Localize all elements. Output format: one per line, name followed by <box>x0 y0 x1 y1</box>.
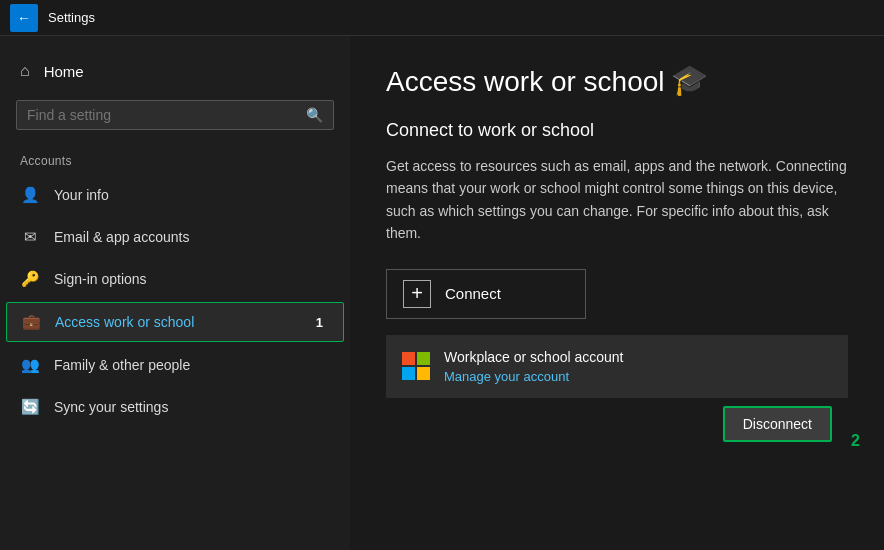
decoration-emoji: 🎓 <box>671 62 708 97</box>
people-icon: 👥 <box>20 356 40 374</box>
connect-button[interactable]: + Connect <box>386 269 586 319</box>
nav-label-sign-in: Sign-in options <box>54 271 147 287</box>
envelope-icon: ✉ <box>20 228 40 246</box>
search-box: 🔍 <box>16 100 334 130</box>
nav-label-your-info: Your info <box>54 187 109 203</box>
description-text: Get access to resources such as email, a… <box>386 155 848 245</box>
connect-plus-icon: + <box>403 280 431 308</box>
content-area: Access work or school 🎓 Connect to work … <box>350 36 884 550</box>
sidebar-item-sync[interactable]: 🔄 Sync your settings <box>0 386 350 428</box>
back-button[interactable]: ← <box>10 4 38 32</box>
manage-account-link[interactable]: Manage your account <box>444 369 624 384</box>
sidebar-item-your-info[interactable]: 👤 Your info <box>0 174 350 216</box>
account-row: Workplace or school account Manage your … <box>386 335 848 398</box>
back-icon: ← <box>17 10 31 26</box>
sidebar-item-family[interactable]: 👥 Family & other people <box>0 344 350 386</box>
account-info: Workplace or school account Manage your … <box>444 349 624 384</box>
section-heading: Connect to work or school <box>386 120 848 141</box>
person-icon: 👤 <box>20 186 40 204</box>
disconnect-button[interactable]: Disconnect <box>723 406 832 442</box>
titlebar: ← Settings <box>0 0 884 36</box>
title-row: Access work or school 🎓 <box>386 66 848 120</box>
sidebar-badge-1: 1 <box>316 315 323 330</box>
sidebar-item-access-work[interactable]: 💼 Access work or school 1 <box>6 302 344 342</box>
key-icon: 🔑 <box>20 270 40 288</box>
ms-tile-green <box>417 352 430 365</box>
search-icon: 🔍 <box>306 107 323 123</box>
nav-label-email-accounts: Email & app accounts <box>54 229 189 245</box>
sidebar-home[interactable]: ⌂ Home <box>0 52 350 90</box>
accounts-section-label: Accounts <box>0 146 350 174</box>
connect-label: Connect <box>445 285 501 302</box>
main-layout: ⌂ Home 🔍 Accounts 👤 Your info ✉ Email & … <box>0 36 884 550</box>
microsoft-logo <box>402 352 430 380</box>
sync-icon: 🔄 <box>20 398 40 416</box>
nav-label-access-work: Access work or school <box>55 314 194 330</box>
ms-tile-red <box>402 352 415 365</box>
ms-tile-blue <box>402 367 415 380</box>
sidebar-home-label: Home <box>44 63 84 80</box>
content-badge-2: 2 <box>851 432 860 450</box>
sidebar: ⌂ Home 🔍 Accounts 👤 Your info ✉ Email & … <box>0 36 350 550</box>
titlebar-title: Settings <box>48 10 95 25</box>
briefcase-icon: 💼 <box>21 313 41 331</box>
nav-label-family: Family & other people <box>54 357 190 373</box>
sidebar-item-email-accounts[interactable]: ✉ Email & app accounts <box>0 216 350 258</box>
sidebar-item-sign-in[interactable]: 🔑 Sign-in options <box>0 258 350 300</box>
search-input[interactable] <box>27 107 298 123</box>
page-title: Access work or school <box>386 66 665 98</box>
home-icon: ⌂ <box>20 62 30 80</box>
ms-tile-yellow <box>417 367 430 380</box>
account-name: Workplace or school account <box>444 349 624 365</box>
nav-label-sync: Sync your settings <box>54 399 168 415</box>
